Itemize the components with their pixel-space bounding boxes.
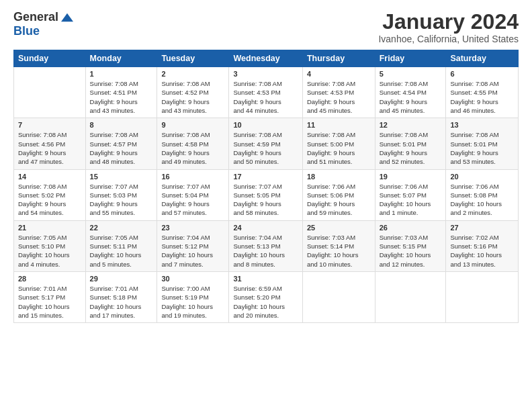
day-info: Sunrise: 7:04 AMSunset: 5:12 PMDaylight:… [161, 233, 224, 269]
day-number: 20 [450, 173, 514, 181]
day-info: Sunrise: 7:08 AMSunset: 4:53 PMDaylight:… [233, 79, 298, 115]
day-info: Sunrise: 7:07 AMSunset: 5:03 PMDaylight:… [90, 182, 153, 218]
day-number: 25 [307, 224, 371, 232]
day-number: 8 [90, 121, 153, 129]
day-info: Sunrise: 7:01 AMSunset: 5:18 PMDaylight:… [90, 284, 153, 320]
title-section: January 2024 Ivanhoe, California, United… [378, 10, 519, 44]
day-number: 19 [380, 173, 442, 181]
day-info: Sunrise: 7:08 AMSunset: 5:01 PMDaylight:… [380, 130, 442, 166]
day-info: Sunrise: 7:03 AMSunset: 5:14 PMDaylight:… [307, 233, 371, 269]
table-cell [375, 271, 446, 322]
table-cell: 9Sunrise: 7:08 AMSunset: 4:58 PMDaylight… [157, 118, 229, 169]
week-row-5: 28Sunrise: 7:01 AMSunset: 5:17 PMDayligh… [14, 271, 519, 322]
col-wednesday: Wednesday [229, 50, 302, 67]
day-number: 5 [380, 70, 442, 78]
day-info: Sunrise: 7:08 AMSunset: 4:51 PMDaylight:… [90, 79, 153, 115]
day-number: 13 [450, 121, 514, 129]
col-sunday: Sunday [14, 50, 86, 67]
table-cell: 24Sunrise: 7:04 AMSunset: 5:13 PMDayligh… [229, 220, 302, 271]
day-number: 6 [450, 70, 514, 78]
day-number: 31 [233, 275, 298, 283]
logo-icon [61, 11, 73, 24]
table-cell: 13Sunrise: 7:08 AMSunset: 5:01 PMDayligh… [446, 118, 519, 169]
table-cell: 4Sunrise: 7:08 AMSunset: 4:53 PMDaylight… [302, 67, 375, 118]
table-cell [302, 271, 375, 322]
day-info: Sunrise: 7:08 AMSunset: 4:56 PMDaylight:… [18, 130, 81, 166]
day-info: Sunrise: 7:01 AMSunset: 5:17 PMDaylight:… [18, 284, 81, 320]
day-number: 29 [90, 275, 153, 283]
day-number: 4 [307, 70, 371, 78]
day-info: Sunrise: 7:02 AMSunset: 5:16 PMDaylight:… [450, 233, 514, 269]
day-number: 10 [233, 121, 298, 129]
day-info: Sunrise: 7:08 AMSunset: 5:01 PMDaylight:… [450, 130, 514, 166]
logo-general-text: General [13, 10, 58, 24]
day-number: 27 [450, 224, 514, 232]
day-info: Sunrise: 7:08 AMSunset: 5:02 PMDaylight:… [18, 182, 81, 218]
day-info: Sunrise: 7:00 AMSunset: 5:19 PMDaylight:… [161, 284, 224, 320]
col-tuesday: Tuesday [157, 50, 229, 67]
table-cell: 20Sunrise: 7:06 AMSunset: 5:08 PMDayligh… [446, 169, 519, 220]
table-cell: 23Sunrise: 7:04 AMSunset: 5:12 PMDayligh… [157, 220, 229, 271]
day-info: Sunrise: 7:05 AMSunset: 5:10 PMDaylight:… [18, 233, 81, 269]
table-cell: 14Sunrise: 7:08 AMSunset: 5:02 PMDayligh… [14, 169, 86, 220]
day-info: Sunrise: 6:59 AMSunset: 5:20 PMDaylight:… [233, 284, 298, 320]
month-title: January 2024 [378, 10, 519, 34]
day-info: Sunrise: 7:08 AMSunset: 4:58 PMDaylight:… [161, 130, 224, 166]
day-number: 3 [233, 70, 298, 78]
day-info: Sunrise: 7:08 AMSunset: 4:57 PMDaylight:… [90, 130, 153, 166]
table-cell: 2Sunrise: 7:08 AMSunset: 4:52 PMDaylight… [157, 67, 229, 118]
day-number: 28 [18, 275, 81, 283]
day-info: Sunrise: 7:08 AMSunset: 4:53 PMDaylight:… [307, 79, 371, 115]
col-monday: Monday [85, 50, 157, 67]
table-cell: 8Sunrise: 7:08 AMSunset: 4:57 PMDaylight… [85, 118, 157, 169]
day-info: Sunrise: 7:03 AMSunset: 5:15 PMDaylight:… [380, 233, 442, 269]
day-info: Sunrise: 7:08 AMSunset: 4:52 PMDaylight:… [161, 79, 224, 115]
day-info: Sunrise: 7:07 AMSunset: 5:05 PMDaylight:… [233, 182, 298, 218]
table-cell: 16Sunrise: 7:07 AMSunset: 5:04 PMDayligh… [157, 169, 229, 220]
day-number: 21 [18, 224, 81, 232]
day-info: Sunrise: 7:04 AMSunset: 5:13 PMDaylight:… [233, 233, 298, 269]
col-saturday: Saturday [446, 50, 519, 67]
day-info: Sunrise: 7:08 AMSunset: 5:00 PMDaylight:… [307, 130, 371, 166]
day-number: 30 [161, 275, 224, 283]
svg-marker-0 [61, 13, 73, 21]
calendar-table: Sunday Monday Tuesday Wednesday Thursday… [13, 50, 519, 323]
table-cell: 11Sunrise: 7:08 AMSunset: 5:00 PMDayligh… [302, 118, 375, 169]
table-cell: 21Sunrise: 7:05 AMSunset: 5:10 PMDayligh… [14, 220, 86, 271]
col-thursday: Thursday [302, 50, 375, 67]
table-cell: 6Sunrise: 7:08 AMSunset: 4:55 PMDaylight… [446, 67, 519, 118]
day-number: 18 [307, 173, 371, 181]
week-row-3: 14Sunrise: 7:08 AMSunset: 5:02 PMDayligh… [14, 169, 519, 220]
day-number: 9 [161, 121, 224, 129]
logo-blue-text: Blue [13, 24, 40, 38]
day-number: 16 [161, 173, 224, 181]
table-cell: 29Sunrise: 7:01 AMSunset: 5:18 PMDayligh… [85, 271, 157, 322]
table-cell: 18Sunrise: 7:06 AMSunset: 5:06 PMDayligh… [302, 169, 375, 220]
location-subtitle: Ivanhoe, California, United States [378, 34, 519, 44]
day-number: 11 [307, 121, 371, 129]
day-info: Sunrise: 7:08 AMSunset: 4:59 PMDaylight:… [233, 130, 298, 166]
table-cell: 17Sunrise: 7:07 AMSunset: 5:05 PMDayligh… [229, 169, 302, 220]
day-info: Sunrise: 7:08 AMSunset: 4:55 PMDaylight:… [450, 79, 514, 115]
table-cell: 28Sunrise: 7:01 AMSunset: 5:17 PMDayligh… [14, 271, 86, 322]
table-cell: 3Sunrise: 7:08 AMSunset: 4:53 PMDaylight… [229, 67, 302, 118]
day-number: 14 [18, 173, 81, 181]
table-cell: 25Sunrise: 7:03 AMSunset: 5:14 PMDayligh… [302, 220, 375, 271]
day-number: 17 [233, 173, 298, 181]
day-info: Sunrise: 7:06 AMSunset: 5:06 PMDaylight:… [307, 182, 371, 218]
table-cell: 15Sunrise: 7:07 AMSunset: 5:03 PMDayligh… [85, 169, 157, 220]
day-info: Sunrise: 7:06 AMSunset: 5:07 PMDaylight:… [380, 182, 442, 218]
table-cell [446, 271, 519, 322]
page: General Blue January 2024 Ivanhoe, Calif… [0, 0, 532, 411]
table-cell: 10Sunrise: 7:08 AMSunset: 4:59 PMDayligh… [229, 118, 302, 169]
day-number: 7 [18, 121, 81, 129]
day-number: 12 [380, 121, 442, 129]
week-row-2: 7Sunrise: 7:08 AMSunset: 4:56 PMDaylight… [14, 118, 519, 169]
day-number: 24 [233, 224, 298, 232]
day-number: 2 [161, 70, 224, 78]
day-info: Sunrise: 7:06 AMSunset: 5:08 PMDaylight:… [450, 182, 514, 218]
table-cell: 22Sunrise: 7:05 AMSunset: 5:11 PMDayligh… [85, 220, 157, 271]
day-info: Sunrise: 7:08 AMSunset: 4:54 PMDaylight:… [380, 79, 442, 115]
week-row-4: 21Sunrise: 7:05 AMSunset: 5:10 PMDayligh… [14, 220, 519, 271]
table-cell: 30Sunrise: 7:00 AMSunset: 5:19 PMDayligh… [157, 271, 229, 322]
